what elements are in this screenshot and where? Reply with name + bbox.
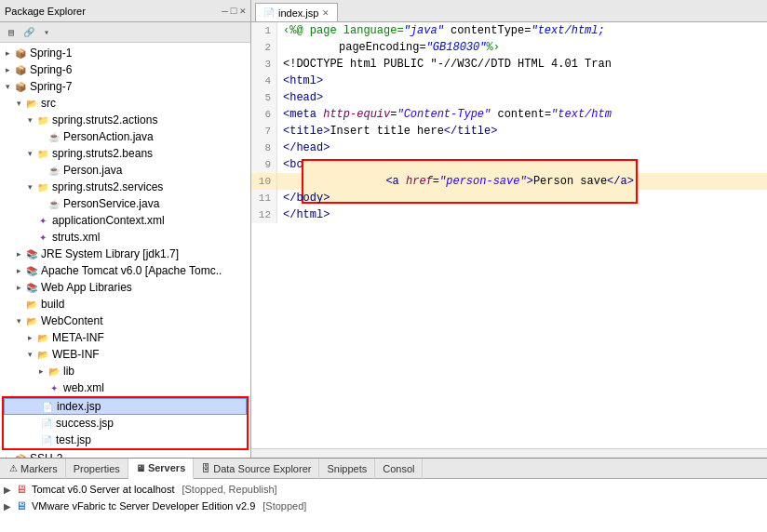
tab-servers[interactable]: 🖥 Servers xyxy=(128,459,194,479)
editor-panel: 📄 index.jsp ✕ 1 ‹%@ page language="java"… xyxy=(251,0,767,458)
spring6-label: Spring-6 xyxy=(30,63,249,76)
line-content-6: <meta http-equiv="Content-Type" content=… xyxy=(277,106,612,123)
web-inf-label: WEB-INF xyxy=(52,348,249,361)
tree-item-pkg-beans[interactable]: 📁 spring.struts2.beans xyxy=(0,145,250,162)
line-num-6: 6 xyxy=(251,106,277,123)
expand-arrow-jre xyxy=(13,248,24,259)
package-icon-beans: 📁 xyxy=(35,146,50,161)
editor-tab-index-jsp[interactable]: 📄 index.jsp ✕ xyxy=(255,3,338,21)
tree-item-lib[interactable]: 📂 lib xyxy=(0,363,250,379)
tab-markers[interactable]: ⚠ Markers xyxy=(2,459,66,479)
tree-item-spring1[interactable]: 📦 Spring-1 xyxy=(0,45,250,61)
spring1-label: Spring-1 xyxy=(30,47,249,60)
test-jsp-label: test.jsp xyxy=(56,433,245,446)
server-vmware-label: VMware vFabric tc Server Developer Editi… xyxy=(32,500,255,512)
tab-markers-icon: ⚠ xyxy=(9,463,18,473)
link-with-editor-button[interactable]: 🔗 xyxy=(21,25,36,40)
no-expand4 xyxy=(24,215,35,226)
package-explorer-panel: Package Explorer ― □ ✕ ▤ 🔗 ▾ 📦 Spring-1 … xyxy=(0,0,251,458)
tree-item-app-context[interactable]: ✦ applicationContext.xml xyxy=(0,212,250,229)
maximize-icon[interactable]: □ xyxy=(231,6,237,17)
tab-datasource-label: Data Source Explorer xyxy=(213,463,311,474)
tree-item-meta-inf[interactable]: 📂 META-INF xyxy=(0,329,250,346)
java-icon-service: ☕ xyxy=(47,196,61,211)
line-num-10: 10 xyxy=(251,173,277,190)
tree-item-success-jsp[interactable]: 📄 success.jsp xyxy=(4,415,247,432)
tree-item-pkg-services[interactable]: 📁 spring.struts2.services xyxy=(0,179,250,195)
xml-icon-struts: ✦ xyxy=(35,230,50,245)
tree-item-web-xml[interactable]: ✦ web.xml xyxy=(0,379,250,396)
tree-item-spring6[interactable]: 📦 Spring-6 xyxy=(0,61,250,78)
tree-item-src[interactable]: 📂 src xyxy=(0,95,250,112)
line-content-7: <title>Insert title here</title> xyxy=(277,123,497,140)
pkg-beans-label: spring.struts2.beans xyxy=(52,147,249,160)
line-num-2: 2 xyxy=(251,39,277,56)
line-num-9: 9 xyxy=(251,156,277,173)
src-icon: 📂 xyxy=(24,96,39,111)
editor-tabs: 📄 index.jsp ✕ xyxy=(251,0,767,22)
tree-item-build[interactable]: 📂 build xyxy=(0,296,250,313)
server-item-tomcat[interactable]: ▶ 🖥 Tomcat v6.0 Server at localhost [Sto… xyxy=(0,481,767,498)
code-area[interactable]: 1 ‹%@ page language="java" contentType="… xyxy=(251,22,767,448)
tab-label: index.jsp xyxy=(278,7,318,19)
tab-close-button[interactable]: ✕ xyxy=(322,8,330,18)
horizontal-scrollbar[interactable] xyxy=(251,448,767,458)
bottom-panel: ⚠ Markers Properties 🖥 Servers 🗄 Data So… xyxy=(0,458,767,532)
tree-item-ssh2[interactable]: 📦 SSH-2 xyxy=(0,450,250,458)
tomcat-icon: 📚 xyxy=(24,263,39,278)
line-num-5: 5 xyxy=(251,89,277,106)
webapp-lib-icon: 📚 xyxy=(24,280,39,295)
tree-item-person-action[interactable]: ☕ PersonAction.java xyxy=(0,128,250,145)
expand-arrow-lib xyxy=(35,366,47,377)
tree-item-tomcat[interactable]: 📚 Apache Tomcat v6.0 [Apache Tomc.. xyxy=(0,262,250,279)
line-content-4: <html> xyxy=(277,73,323,89)
collapse-all-button[interactable]: ▤ xyxy=(4,25,19,40)
tree-item-index-jsp[interactable]: 📄 index.jsp xyxy=(4,398,247,415)
folder-icon-webinf: 📂 xyxy=(35,347,50,362)
minimize-icon[interactable]: ― xyxy=(222,6,228,17)
meta-inf-label: META-INF xyxy=(52,331,249,344)
tree-item-person[interactable]: ☕ Person.java xyxy=(0,162,250,179)
tab-datasource[interactable]: 🗄 Data Source Explorer xyxy=(194,459,319,479)
expand-arrow-src xyxy=(13,98,24,109)
line-content-8: </head> xyxy=(277,140,330,156)
server-icon-vmware: 🖥 xyxy=(15,499,28,512)
tab-properties[interactable]: Properties xyxy=(66,459,128,479)
code-line-3: 3 <!DOCTYPE html PUBLIC "-//W3C//DTD HTM… xyxy=(251,56,767,73)
project-icon-spring1: 📦 xyxy=(13,46,28,60)
folder-icon-lib: 📂 xyxy=(47,364,61,379)
tab-properties-label: Properties xyxy=(74,463,120,474)
tree-item-struts-xml[interactable]: ✦ struts.xml xyxy=(0,229,250,246)
code-line-5: 5 <head> xyxy=(251,89,767,106)
tomcat-label: Apache Tomcat v6.0 [Apache Tomc.. xyxy=(41,264,249,277)
expand-arrow-tomcat xyxy=(13,265,24,276)
no-expand3 xyxy=(35,198,47,209)
src-label: src xyxy=(41,97,249,110)
tree-item-pkg-actions[interactable]: 📁 spring.struts2.actions xyxy=(0,112,250,128)
lib-label: lib xyxy=(63,365,249,378)
expand-arrow-webcontent xyxy=(13,315,24,326)
tree-container: 📦 Spring-1 📦 Spring-6 📦 Spring-7 📂 sr xyxy=(0,43,250,458)
expand-arrow-services xyxy=(24,181,35,193)
xml-icon-appcontext: ✦ xyxy=(35,213,50,228)
tree-item-web-inf[interactable]: 📂 WEB-INF xyxy=(0,346,250,363)
no-expand5 xyxy=(24,232,35,243)
tree-item-spring7[interactable]: 📦 Spring-7 xyxy=(0,78,250,95)
tree-item-test-jsp[interactable]: 📄 test.jsp xyxy=(4,432,247,448)
line-content-10: <a href="person-save">Person save</a> xyxy=(277,173,638,190)
no-expand-webxml xyxy=(35,382,47,393)
tab-snippets[interactable]: Snippets xyxy=(319,459,375,479)
server-item-vmware[interactable]: ▶ 🖥 VMware vFabric tc Server Developer E… xyxy=(0,498,767,514)
close-icon[interactable]: ✕ xyxy=(239,5,246,17)
tree-item-person-service[interactable]: ☕ PersonService.java xyxy=(0,195,250,212)
code-line-10: 10 <a href="person-save">Person save</a> xyxy=(251,173,767,190)
tree-item-webcontent[interactable]: 📂 WebContent xyxy=(0,313,250,329)
tree-item-webapp-lib[interactable]: 📚 Web App Libraries xyxy=(0,279,250,296)
toolbar-more-button[interactable]: ▾ xyxy=(39,25,54,40)
tree-item-jre[interactable]: 📚 JRE System Library [jdk1.7] xyxy=(0,246,250,262)
tab-console[interactable]: Consol xyxy=(375,459,423,479)
no-expand2 xyxy=(35,165,47,176)
tab-markers-label: Markers xyxy=(20,463,58,474)
webcontent-label: WebContent xyxy=(41,314,249,327)
jsp-icon-index: 📄 xyxy=(40,399,55,414)
